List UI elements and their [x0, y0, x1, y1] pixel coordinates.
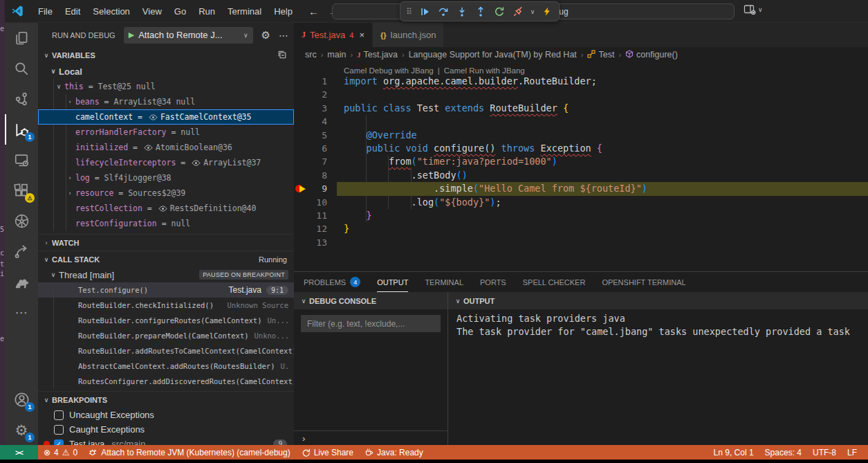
activity-item-extensions[interactable]: ⚠ — [5, 175, 38, 206]
lazy-eval-eye-icon[interactable] — [192, 160, 201, 166]
code-text[interactable]: } — [344, 209, 372, 222]
variable-row-initialized[interactable]: initialized = AtomicBoolean@36 — [38, 140, 294, 155]
code-text[interactable]: } — [344, 222, 349, 235]
java-status[interactable]: Java: Ready — [359, 445, 429, 460]
hot-code-replace-button[interactable] — [541, 6, 553, 18]
start-debug-icon[interactable]: ▶ — [129, 30, 134, 39]
disconnect-button[interactable] — [512, 6, 524, 18]
restart-button[interactable] — [493, 6, 506, 18]
breakpoint-margin[interactable] — [294, 129, 308, 142]
variable-row-resource[interactable]: ›resource = Sources$2@39 — [38, 185, 294, 201]
customize-layout-button[interactable]: ∨ — [744, 4, 763, 15]
stack-frame-routesconfigurer-adddiscoveredroutes[interactable]: RoutesConfigurer.addDiscoveredRoutes(Cam… — [38, 374, 294, 389]
activity-item-explorer[interactable] — [5, 23, 38, 53]
collapse-all-icon[interactable] — [277, 50, 287, 61]
variables-section-header[interactable]: ∨ VARIABLES — [38, 47, 294, 64]
breakpoint-margin[interactable] — [294, 222, 308, 235]
breakpoint-row-uncaught-exceptions[interactable]: Uncaught Exceptions — [38, 408, 294, 422]
debug-console-header[interactable]: ∨ DEBUG CONSOLE — [294, 292, 447, 309]
activity-item-more[interactable]: ⋯ — [5, 297, 38, 327]
variable-row-restconfiguration[interactable]: restConfiguration = null — [38, 216, 294, 231]
menu-help[interactable]: Help — [268, 3, 299, 19]
activity-item-source-control[interactable] — [5, 84, 38, 114]
close-icon[interactable]: × — [359, 30, 364, 40]
menu-go[interactable]: Go — [168, 3, 192, 19]
breadcrumb-item-configure[interactable]: configure() — [625, 50, 678, 60]
step-into-button[interactable] — [456, 6, 468, 18]
nav-back-icon[interactable]: ← — [308, 6, 319, 17]
continue-button[interactable] — [418, 6, 431, 18]
drag-handle-icon[interactable]: ⠿ — [406, 7, 412, 17]
debug-console-filter-input[interactable] — [301, 315, 441, 332]
activity-item-kubernetes[interactable] — [5, 206, 38, 236]
step-out-button[interactable] — [474, 6, 487, 18]
problems-status[interactable]: ⊗ 4 ⚠ 0 — [38, 445, 83, 460]
editor-tab-launch-json[interactable]: {}launch.json — [373, 23, 444, 47]
breakpoint-row-caught-exceptions[interactable]: Caught Exceptions — [38, 422, 294, 437]
eol-setting[interactable]: LF — [842, 445, 862, 460]
breadcrumb-item-src[interactable]: src — [305, 50, 317, 60]
debug-console-prompt[interactable]: › — [294, 430, 447, 445]
menu-view[interactable]: View — [136, 3, 168, 19]
indentation-setting[interactable]: Spaces: 4 — [759, 445, 807, 460]
panel-tab-problems[interactable]: PROBLEMS4 — [304, 272, 360, 292]
codelens-link-camel-debug-with-jbang[interactable]: Camel Debug with JBang — [344, 66, 434, 75]
code-text[interactable]: @Override — [344, 129, 417, 142]
variable-row-restcollection[interactable]: restCollection = RestsDefinition@40 — [38, 201, 294, 216]
activity-item-camel[interactable] — [5, 266, 38, 297]
breakpoint-margin[interactable] — [294, 115, 308, 128]
lazy-eval-eye-icon[interactable] — [158, 206, 167, 212]
step-over-button[interactable] — [437, 6, 450, 18]
panel-tab-openshift-terminal[interactable]: OPENSHIFT TERMINAL — [602, 272, 685, 292]
breakpoint-margin[interactable] — [294, 155, 308, 168]
variables-scope-local[interactable]: ∨Local — [38, 64, 294, 79]
panel-tab-ports[interactable]: PORTS — [480, 272, 506, 292]
remote-indicator[interactable]: >< — [0, 445, 38, 460]
editor-tab-test-java[interactable]: JTest.java4× — [294, 23, 373, 47]
activity-item-accounts[interactable]: 1 — [5, 384, 38, 415]
variable-row-lifecycleinterceptors[interactable]: lifecycleInterceptors = ArrayList@37 — [38, 155, 294, 170]
code-text[interactable]: .log("${body}"); — [344, 196, 501, 209]
menu-file[interactable]: File — [32, 3, 59, 19]
breakpoint-margin[interactable] — [294, 182, 308, 195]
more-actions-icon[interactable]: ⋯ — [279, 30, 288, 41]
breakpoint-margin[interactable] — [294, 102, 308, 115]
breakpoint-margin[interactable] — [294, 88, 308, 101]
variable-row-errorhandlerfactory[interactable]: errorHandlerFactory = null — [38, 125, 294, 140]
menu-terminal[interactable]: Terminal — [221, 3, 268, 19]
stack-frame-routebuilder-configureroutes[interactable]: RouteBuilder.configureRoutes(CamelContex… — [38, 313, 294, 328]
stack-frame-routebuilder-checkinitialized[interactable]: RouteBuilder.checkInitialized()Unknown S… — [38, 298, 294, 313]
panel-tab-terminal[interactable]: TERMINAL — [425, 272, 463, 292]
activity-item-remote-explorer[interactable] — [5, 145, 38, 175]
code-text[interactable]: .setBody() — [344, 169, 468, 182]
cursor-position[interactable]: Ln 9, Col 1 — [708, 445, 759, 460]
breadcrumb-item-test[interactable]: Test — [587, 50, 614, 60]
call-stack-section-header[interactable]: ∨ CALL STACK Running — [38, 251, 294, 267]
lazy-eval-eye-icon[interactable] — [149, 114, 158, 120]
gear-icon[interactable]: ⚙ — [261, 29, 270, 42]
debug-session-status[interactable]: Attach to Remote JVM (Kubernetes) (camel… — [83, 445, 295, 460]
disconnect-dropdown-icon[interactable]: ∨ — [530, 8, 535, 15]
menu-edit[interactable]: Edit — [59, 3, 86, 19]
breadcrumb-item-main[interactable]: main — [327, 50, 346, 60]
variable-row-camelcontext[interactable]: camelContext = FastCamelContext@35 — [38, 109, 294, 125]
output-header[interactable]: ∨ OUTPUT — [448, 292, 868, 309]
code-editor[interactable]: Camel Debug with JBang | Camel Run with … — [294, 62, 868, 271]
panel-tab-output[interactable]: OUTPUT — [377, 272, 408, 292]
code-text[interactable]: from("timer:java?period=1000") — [344, 155, 557, 168]
breakpoint-margin[interactable] — [294, 196, 308, 209]
activity-item-serverless[interactable] — [5, 236, 38, 266]
breadcrumb-item-language-support-for-java-tm-by-red-hat[interactable]: Language Support for Java(TM) by Red Hat — [409, 50, 577, 60]
code-text[interactable]: .simple("Hello Camel from ${routeId}") — [344, 182, 647, 195]
watch-section-header[interactable]: › WATCH — [38, 234, 294, 251]
breakpoint-margin[interactable] — [294, 142, 308, 155]
breakpoint-margin[interactable] — [294, 236, 308, 249]
stack-frame-test-configure[interactable]: Test.configure()Test.java9:1 — [38, 282, 294, 298]
stack-frame-abstractcamelcontext-addroutes[interactable]: AbstractCamelContext.addRoutes(RoutesBui… — [38, 358, 294, 374]
breakpoint-checkbox[interactable] — [54, 425, 64, 435]
encoding-setting[interactable]: UTF-8 — [807, 445, 842, 460]
stack-frame-routebuilder-addroutestocamelcontext[interactable]: RouteBuilder.addRoutesToCamelContext(Cam… — [38, 343, 294, 358]
code-text[interactable]: public class Test extends RouteBuilder { — [344, 102, 569, 115]
lazy-eval-eye-icon[interactable] — [144, 145, 153, 151]
menu-selection[interactable]: Selection — [86, 3, 136, 19]
